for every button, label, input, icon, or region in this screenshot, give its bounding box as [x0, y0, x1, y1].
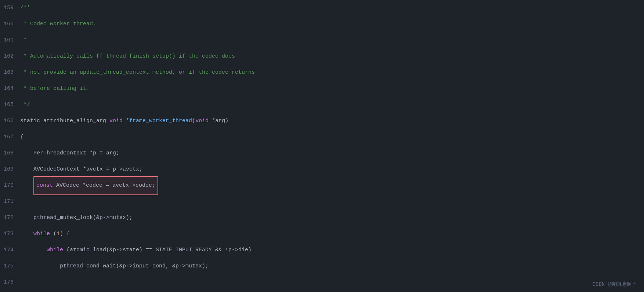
code-line: 162 * Automatically calls ff_thread_fini…	[0, 48, 644, 65]
line-content: * before calling it.	[20, 81, 640, 97]
line-content: * not provide an update_thread_context m…	[20, 65, 640, 81]
code-line: 165 */	[0, 97, 644, 113]
code-line: 169 AVCodecContext *avctx = p->avctx;	[0, 161, 644, 178]
line-content: */	[20, 97, 640, 113]
line-content: static attribute_align_arg void *frame_w…	[20, 113, 640, 129]
line-number: 160	[0, 16, 20, 32]
line-content: /**	[20, 0, 640, 16]
line-number: 163	[0, 65, 20, 81]
code-line: 176	[0, 274, 644, 291]
line-number: 172	[0, 210, 20, 226]
watermark: CSDN @爽朗地狮子	[593, 281, 637, 288]
code-line: 167{	[0, 129, 644, 145]
line-number: 167	[0, 129, 20, 145]
code-line: 168 PerThreadContext *p = arg;	[0, 145, 644, 161]
line-number: 161	[0, 32, 20, 48]
line-content: if (p->die) break;	[20, 291, 640, 292]
line-number: 174	[0, 242, 20, 258]
code-line: 172 pthread_mutex_lock(&p->mutex);	[0, 210, 644, 226]
line-number: 176	[0, 274, 20, 291]
line-content: pthread_cond_wait(&p->input_cond, &p->mu…	[20, 258, 640, 274]
line-content: AVCodecContext *avctx = p->avctx;	[20, 161, 640, 178]
code-line: 171	[0, 194, 644, 210]
highlighted-line-box: const AVCodec *codec = avctx->codec;	[33, 176, 158, 195]
code-line: 174 while (atomic_load(&p->state) == STA…	[0, 242, 644, 258]
line-content: const AVCodec *codec = avctx->codec;	[20, 176, 640, 195]
line-content: {	[20, 129, 640, 145]
line-number: 175	[0, 258, 20, 274]
line-number: 168	[0, 145, 20, 161]
line-content: *	[20, 32, 640, 48]
line-number: 173	[0, 226, 20, 242]
code-line: 161 *	[0, 32, 644, 48]
line-number: 169	[0, 161, 20, 178]
code-line: 173 while (1) {	[0, 226, 644, 242]
line-content: PerThreadContext *p = arg;	[20, 145, 640, 161]
code-line: 166static attribute_align_arg void *fram…	[0, 113, 644, 129]
line-number: 159	[0, 0, 20, 16]
line-number: 164	[0, 81, 20, 97]
line-content: * Automatically calls ff_thread_finish_s…	[20, 48, 640, 65]
line-number: 166	[0, 113, 20, 129]
line-number: 171	[0, 194, 20, 210]
line-content: while (1) {	[20, 226, 640, 242]
code-line: 164 * before calling it.	[0, 81, 644, 97]
code-line: 160 * Codec worker thread.	[0, 16, 644, 32]
code-editor: 159/**160 * Codec worker thread.161 *162…	[0, 0, 644, 292]
code-line: 163 * not provide an update_thread_conte…	[0, 65, 644, 81]
line-content: pthread_mutex_lock(&p->mutex);	[20, 210, 640, 226]
line-number: 170	[0, 178, 20, 194]
code-line: 170 const AVCodec *codec = avctx->codec;	[0, 178, 644, 194]
code-line: 177 if (p->die) break;	[0, 291, 644, 292]
line-number: 177	[0, 291, 20, 292]
code-line: 175 pthread_cond_wait(&p->input_cond, &p…	[0, 258, 644, 274]
code-line: 159/**	[0, 0, 644, 16]
line-number: 165	[0, 97, 20, 113]
line-content: while (atomic_load(&p->state) == STATE_I…	[20, 242, 640, 258]
line-number: 162	[0, 48, 20, 65]
line-content: * Codec worker thread.	[20, 16, 640, 32]
